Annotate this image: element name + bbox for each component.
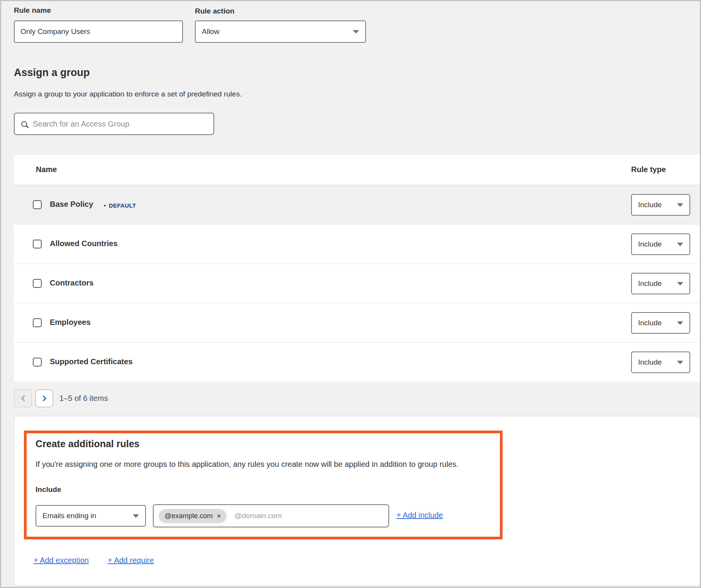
chevron-down-icon — [677, 203, 683, 207]
rule-action-label: Rule action — [195, 7, 234, 15]
table-row-supported-certificates: Supported Certificates Include — [14, 343, 700, 382]
chevron-left-icon — [21, 395, 27, 402]
default-badge: •DEFAULT — [104, 202, 136, 209]
table-row-base-policy: Base Policy •DEFAULT Include — [14, 185, 700, 225]
rule-type-value: Include — [638, 358, 662, 367]
table-row-employees: Employees Include — [14, 303, 700, 343]
chip-label: @example.com — [164, 512, 213, 520]
rule-type-select[interactable]: Include — [631, 233, 690, 255]
table-row-allowed-countries: Allowed Countries Include — [14, 225, 700, 264]
chevron-down-icon — [677, 321, 683, 325]
rule-action-value: Allow — [202, 27, 219, 36]
domain-text-input[interactable] — [234, 512, 383, 520]
group-name: Allowed Countries — [50, 239, 118, 248]
table-row-contractors: Contractors Include — [14, 264, 700, 303]
group-name: Employees — [50, 318, 91, 327]
rule-name-input[interactable] — [14, 20, 183, 43]
rule-type-select[interactable]: Include — [631, 194, 690, 216]
rule-type-value: Include — [638, 201, 662, 209]
rule-type-select[interactable]: Include — [631, 312, 690, 334]
group-name: Supported Certificates — [50, 357, 132, 366]
email-domain-input[interactable]: @example.com × — [153, 504, 389, 527]
next-page-button[interactable] — [35, 389, 53, 407]
add-include-link[interactable]: + Add include — [396, 511, 443, 520]
selector-type-select[interactable]: Emails ending in — [36, 505, 146, 527]
access-rule-form-page: Rule name Rule action Allow Assign a gro… — [0, 0, 701, 588]
chevron-down-icon — [133, 514, 139, 518]
rule-type-value: Include — [638, 240, 662, 248]
add-require-link[interactable]: + Add require — [108, 556, 154, 565]
pagination-range: 1–5 of 6 items — [59, 394, 108, 403]
chevron-down-icon — [677, 282, 683, 286]
prev-page-button[interactable] — [14, 389, 32, 407]
rule-type-value: Include — [638, 279, 662, 288]
search-icon — [21, 121, 27, 127]
create-rules-description: If you're assigning one or more groups t… — [36, 460, 459, 469]
add-exception-link[interactable]: + Add exception — [34, 556, 89, 565]
close-icon[interactable]: × — [217, 513, 221, 519]
group-name: Base Policy — [50, 200, 93, 209]
chevron-down-icon — [353, 30, 359, 34]
create-rules-heading: Create additional rules — [36, 438, 140, 449]
group-name: Contractors — [50, 279, 93, 287]
rule-type-select[interactable]: Include — [631, 351, 690, 373]
badge-dot: • — [104, 202, 106, 209]
row-checkbox[interactable] — [33, 358, 42, 367]
rule-action-select[interactable]: Allow — [195, 20, 366, 43]
column-header-name: Name — [36, 165, 57, 174]
include-label: Include — [36, 485, 61, 494]
selector-type-value: Emails ending in — [42, 512, 96, 520]
search-input[interactable] — [33, 120, 207, 128]
chevron-down-icon — [677, 361, 683, 364]
rule-type-value: Include — [638, 319, 662, 327]
chevron-right-icon — [40, 395, 46, 402]
row-checkbox[interactable] — [33, 318, 42, 327]
row-checkbox[interactable] — [33, 279, 42, 288]
assign-group-description: Assign a group to your application to en… — [14, 90, 242, 98]
rule-name-label: Rule name — [14, 6, 51, 15]
access-group-search — [14, 113, 214, 135]
badge-label: DEFAULT — [109, 202, 136, 209]
access-groups-table: Name Rule type Base Policy •DEFAULT Incl… — [14, 155, 700, 382]
email-chip: @example.com × — [159, 509, 227, 523]
create-rules-card: Create additional rules If you're assign… — [14, 416, 700, 586]
row-checkbox[interactable] — [33, 240, 42, 248]
chevron-down-icon — [677, 243, 683, 246]
table-header-row: Name Rule type — [14, 155, 700, 185]
column-header-rule-type: Rule type — [631, 165, 666, 174]
assign-group-heading: Assign a group — [14, 67, 90, 79]
rule-type-select[interactable]: Include — [631, 273, 690, 294]
row-checkbox[interactable] — [33, 200, 42, 209]
